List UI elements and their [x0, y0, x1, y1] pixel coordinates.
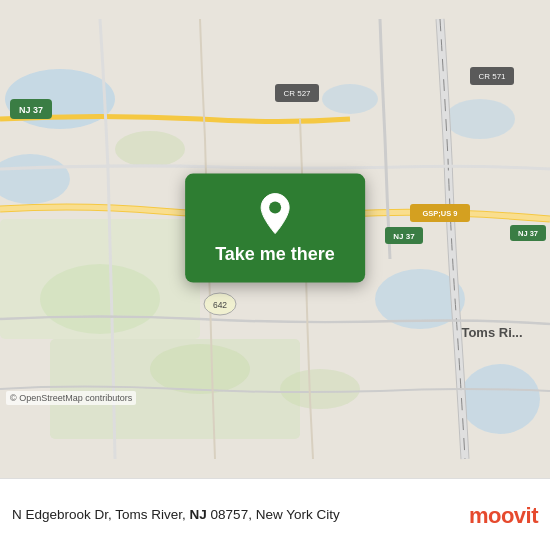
address-block: N Edgebrook Dr, Toms River, NJ 08757, Ne… — [12, 506, 461, 525]
address-text-2: 08757, New York City — [207, 507, 340, 522]
svg-point-10 — [115, 131, 185, 167]
svg-text:NJ 37: NJ 37 — [19, 105, 43, 115]
svg-text:NJ 37: NJ 37 — [393, 232, 415, 241]
svg-point-28 — [269, 202, 281, 214]
svg-point-7 — [322, 84, 378, 114]
svg-text:Toms Ri...: Toms Ri... — [461, 325, 522, 340]
location-pin-icon — [257, 192, 293, 236]
take-me-there-button[interactable]: Take me there — [185, 174, 365, 283]
osm-credit: © OpenStreetMap contributors — [6, 391, 136, 405]
moovit-logo: moovit — [469, 503, 538, 529]
bottom-bar: N Edgebrook Dr, Toms River, NJ 08757, Ne… — [0, 478, 550, 550]
svg-rect-11 — [0, 219, 200, 339]
svg-text:GSP;US 9: GSP;US 9 — [422, 209, 457, 218]
svg-text:NJ 37: NJ 37 — [518, 229, 538, 238]
take-me-there-label: Take me there — [215, 244, 335, 265]
svg-text:CR 571: CR 571 — [478, 72, 506, 81]
svg-point-6 — [445, 99, 515, 139]
svg-point-5 — [460, 364, 540, 434]
address-bold: NJ — [190, 507, 207, 522]
address-line: N Edgebrook Dr, Toms River, NJ 08757, Ne… — [12, 506, 461, 525]
moovit-logo-text: moovit — [469, 503, 538, 529]
app-container: NJ 37 CR 527 CR 571 GSP;US 9 NJ 37 NJ 37… — [0, 0, 550, 550]
svg-text:CR 527: CR 527 — [283, 89, 311, 98]
svg-text:642: 642 — [213, 300, 227, 310]
map-area: NJ 37 CR 527 CR 571 GSP;US 9 NJ 37 NJ 37… — [0, 0, 550, 478]
address-text-1: N Edgebrook Dr, Toms River, — [12, 507, 190, 522]
